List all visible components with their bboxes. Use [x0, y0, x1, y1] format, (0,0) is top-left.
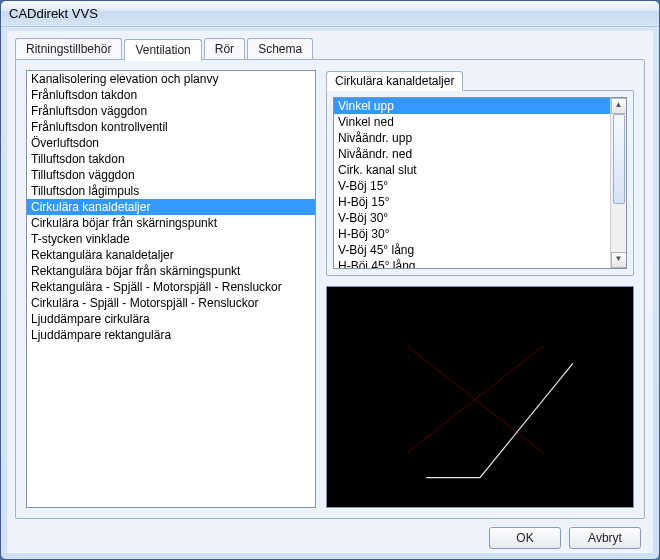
category-item[interactable]: Överluftsdon: [27, 135, 315, 151]
category-item[interactable]: Tilluftsdon lågimpuls: [27, 183, 315, 199]
category-listbox[interactable]: Kanalisolering elevation och planvyFrånl…: [26, 70, 316, 508]
detail-item[interactable]: V-Böj 30°: [334, 210, 610, 226]
detail-item[interactable]: Nivåändr. upp: [334, 130, 610, 146]
detail-item[interactable]: Vinkel upp: [334, 98, 610, 114]
scroll-down-button[interactable]: ▼: [611, 252, 627, 268]
detail-item[interactable]: Cirk. kanal slut: [334, 162, 610, 178]
category-item[interactable]: T-stycken vinklade: [27, 231, 315, 247]
cancel-button[interactable]: Avbryt: [569, 527, 641, 549]
right-column: Cirkulära kanaldetaljer Vinkel uppVinkel…: [326, 70, 634, 508]
preview-svg: [327, 287, 633, 507]
tab-label: Ventilation: [135, 43, 190, 57]
category-item[interactable]: Cirkulära böjar från skärningspunkt: [27, 215, 315, 231]
detail-item[interactable]: Nivåändr. ned: [334, 146, 610, 162]
tab-schema[interactable]: Schema: [247, 38, 313, 60]
main-tabs: Ritningstillbehör Ventilation Rör Schema: [7, 31, 653, 59]
tab-ventilation[interactable]: Ventilation: [124, 39, 201, 61]
detail-item[interactable]: Vinkel ned: [334, 114, 610, 130]
scroll-thumb[interactable]: [613, 114, 625, 204]
preview-pane: [326, 286, 634, 508]
category-item[interactable]: Ljuddämpare cirkulära: [27, 311, 315, 327]
detail-item[interactable]: V-Böj 15°: [334, 178, 610, 194]
detail-item[interactable]: H-Böj 30°: [334, 226, 610, 242]
tab-ror[interactable]: Rör: [204, 38, 245, 60]
detail-tabs: Cirkulära kanaldetaljer: [326, 70, 634, 90]
detail-listbox[interactable]: Vinkel uppVinkel nedNivåändr. uppNivåänd…: [333, 97, 627, 269]
detail-item[interactable]: H-Böj 15°: [334, 194, 610, 210]
app-window: CADdirekt VVS Ritningstillbehör Ventilat…: [0, 0, 660, 560]
category-item[interactable]: Ljuddämpare rektangulära: [27, 327, 315, 343]
category-item[interactable]: Rektangulära kanaldetaljer: [27, 247, 315, 263]
category-item[interactable]: Tilluftsdon takdon: [27, 151, 315, 167]
detail-item[interactable]: V-Böj 45° lång: [334, 242, 610, 258]
detail-tab-label: Cirkulära kanaldetaljer: [335, 74, 454, 88]
category-item[interactable]: Rektangulära böjar från skärningspunkt: [27, 263, 315, 279]
tab-label: Ritningstillbehör: [26, 42, 111, 56]
scroll-track[interactable]: [611, 114, 627, 252]
window-title: CADdirekt VVS: [9, 6, 98, 21]
detail-tab-wrap: Cirkulära kanaldetaljer Vinkel uppVinkel…: [326, 70, 634, 276]
detail-panel: Vinkel uppVinkel nedNivåändr. uppNivåänd…: [326, 90, 634, 276]
tab-ritningstillbehor[interactable]: Ritningstillbehör: [15, 38, 122, 60]
tab-label: Schema: [258, 42, 302, 56]
client-area: Ritningstillbehör Ventilation Rör Schema…: [7, 31, 653, 553]
tab-label: Rör: [215, 42, 234, 56]
category-item[interactable]: Frånluftsdon takdon: [27, 87, 315, 103]
category-item[interactable]: Kanalisolering elevation och planvy: [27, 71, 315, 87]
scrollbar-vertical[interactable]: ▲ ▼: [610, 98, 626, 268]
tab-content-ventilation: Kanalisolering elevation och planvyFrånl…: [15, 59, 645, 519]
category-item[interactable]: Cirkulära kanaldetaljer: [27, 199, 315, 215]
category-item[interactable]: Rektangulära - Spjäll - Motorspjäll - Re…: [27, 279, 315, 295]
detail-item[interactable]: H-Böj 45° lång: [334, 258, 610, 268]
category-item[interactable]: Tilluftsdon väggdon: [27, 167, 315, 183]
category-item[interactable]: Cirkulära - Spjäll - Motorspjäll - Rensl…: [27, 295, 315, 311]
detail-tab-cirkulara[interactable]: Cirkulära kanaldetaljer: [326, 71, 463, 91]
dialog-buttons: OK Avbryt: [7, 519, 653, 553]
ok-button[interactable]: OK: [489, 527, 561, 549]
scroll-up-button[interactable]: ▲: [611, 98, 627, 114]
titlebar[interactable]: CADdirekt VVS: [1, 1, 659, 27]
category-item[interactable]: Frånluftsdon väggdon: [27, 103, 315, 119]
category-item[interactable]: Frånluftsdon kontrollventil: [27, 119, 315, 135]
